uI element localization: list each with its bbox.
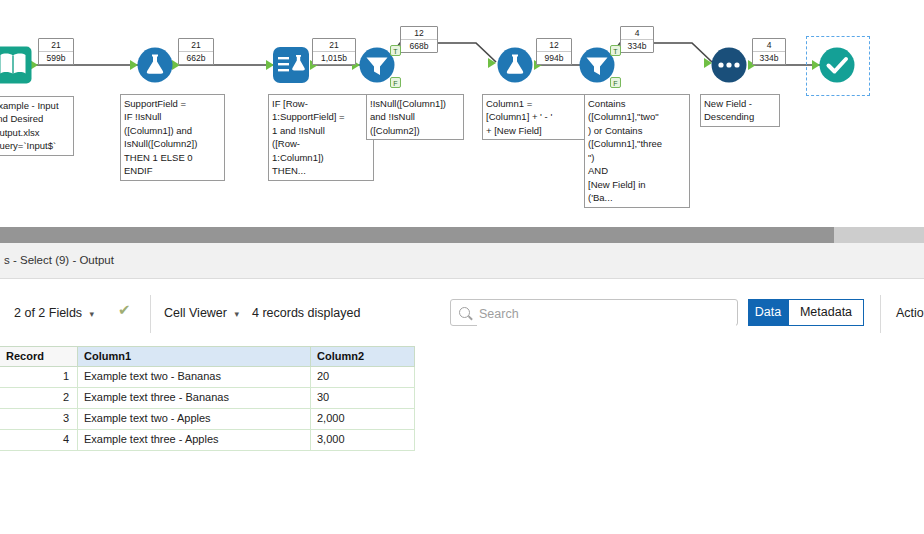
record-count-badge: 12 668b bbox=[400, 26, 438, 53]
column-header-column1[interactable]: Column1 bbox=[78, 346, 311, 367]
record-count-badge: 12 994b bbox=[536, 38, 572, 65]
column-header-record[interactable]: Record bbox=[0, 346, 78, 367]
tool-formula-1[interactable] bbox=[136, 46, 174, 84]
table-cell[interactable]: 20 bbox=[311, 367, 415, 388]
tool-annotation[interactable]: IF [Row- 1:SupportField] = 1 and !IsNull… bbox=[268, 94, 374, 181]
multi-row-formula-icon bbox=[272, 46, 310, 84]
record-count-badge: 21 662b bbox=[178, 38, 214, 65]
tool-sort[interactable] bbox=[710, 46, 748, 84]
filter1-true-port[interactable]: T bbox=[390, 45, 401, 56]
record-cell[interactable]: 2 bbox=[0, 388, 78, 409]
filter2-false-port[interactable]: F bbox=[610, 77, 621, 88]
record-count-badge: 4 334b bbox=[620, 26, 654, 53]
badge-size: 994b bbox=[537, 52, 571, 64]
actions-button[interactable]: Actions bbox=[896, 306, 924, 320]
alteryx-workflow-window: T F T F bbox=[0, 0, 924, 534]
fields-dropdown[interactable]: 2 of 2 Fields ▾ bbox=[14, 306, 94, 320]
record-cell[interactable]: 4 bbox=[0, 430, 78, 451]
badge-count: 21 bbox=[179, 39, 213, 52]
apply-check-icon[interactable]: ✔ bbox=[118, 301, 131, 319]
badge-count: 12 bbox=[401, 27, 437, 40]
badge-size: 662b bbox=[179, 52, 213, 64]
filter2-true-port[interactable]: T bbox=[610, 45, 621, 56]
results-panel-header: s - Select (9) - Output bbox=[0, 243, 924, 279]
filter1-false-port[interactable]: F bbox=[390, 77, 401, 88]
workflow-canvas[interactable]: T F T F bbox=[0, 0, 924, 227]
cell-viewer-label: Cell Viewer bbox=[164, 306, 227, 320]
tool-annotation[interactable]: !IsNull([Column1]) and !IsNull ([Column2… bbox=[366, 94, 464, 140]
record-count-badge: 21 1,015b bbox=[312, 38, 356, 65]
badge-count: 12 bbox=[537, 39, 571, 52]
fields-dropdown-label: 2 of 2 Fields bbox=[14, 306, 82, 320]
tool-annotation[interactable]: SupportField = IF !IsNull ([Column1]) an… bbox=[120, 94, 225, 181]
search-input[interactable] bbox=[477, 301, 736, 326]
badge-size: 1,015b bbox=[313, 52, 355, 64]
tool-annotation[interactable]: New Field - Descending bbox=[700, 94, 780, 127]
select-check-icon bbox=[818, 46, 856, 84]
badge-size: 334b bbox=[753, 52, 785, 64]
search-box[interactable] bbox=[450, 299, 738, 326]
toolbar-divider bbox=[150, 295, 151, 333]
sort-ellipsis-icon bbox=[710, 46, 748, 84]
table-cell[interactable]: Example text two - Apples bbox=[78, 409, 311, 430]
record-cell[interactable]: 3 bbox=[0, 409, 78, 430]
tool-formula-2[interactable] bbox=[496, 46, 534, 84]
record-count-badge: 21 599b bbox=[38, 38, 74, 65]
table-cell[interactable]: Example text three - Bananas bbox=[78, 388, 311, 409]
record-count-badge: 4 334b bbox=[752, 38, 786, 65]
tool-multi-row-formula[interactable] bbox=[272, 46, 310, 84]
data-tab-button[interactable]: Data bbox=[748, 299, 788, 326]
badge-count: 4 bbox=[621, 27, 653, 40]
tool-annotation[interactable]: Example - Input and Desired Output.xlsx … bbox=[0, 96, 74, 156]
table-cell[interactable]: Example text three - Apples bbox=[78, 430, 311, 451]
toolbar-divider bbox=[880, 295, 881, 333]
formula-flask-icon bbox=[136, 46, 174, 84]
badge-count: 21 bbox=[313, 39, 355, 52]
table-cell[interactable]: 2,000 bbox=[311, 409, 415, 430]
cell-viewer-dropdown[interactable]: Cell Viewer ▾ bbox=[164, 306, 239, 320]
tool-annotation[interactable]: Contains ([Column1],"two" ) or Contains … bbox=[584, 94, 690, 208]
table-cell[interactable]: Example text two - Bananas bbox=[78, 367, 311, 388]
tool-select[interactable] bbox=[818, 46, 856, 84]
badge-size: 334b bbox=[621, 40, 653, 52]
table-cell[interactable]: 3,000 bbox=[311, 430, 415, 451]
results-panel-title: s - Select (9) - Output bbox=[4, 254, 114, 266]
column-header-column2[interactable]: Column2 bbox=[311, 346, 415, 367]
badge-count: 21 bbox=[39, 39, 73, 52]
tool-annotation[interactable]: Column1 = [Column1] + ' - ' + [New Field… bbox=[482, 94, 585, 140]
records-displayed-text: 4 records displayed bbox=[252, 306, 360, 320]
record-cell[interactable]: 1 bbox=[0, 367, 78, 388]
tool-input-data[interactable] bbox=[0, 46, 32, 84]
chevron-down-icon: ▾ bbox=[90, 309, 95, 319]
input-data-icon bbox=[0, 46, 32, 84]
badge-size: 668b bbox=[401, 40, 437, 52]
formula-flask-icon bbox=[496, 46, 534, 84]
badge-size: 599b bbox=[39, 52, 73, 64]
table-cell[interactable]: 30 bbox=[311, 388, 415, 409]
chevron-down-icon: ▾ bbox=[234, 309, 239, 319]
badge-count: 4 bbox=[753, 39, 785, 52]
search-icon bbox=[459, 307, 470, 318]
metadata-tab-button[interactable]: Metadata bbox=[788, 299, 864, 326]
